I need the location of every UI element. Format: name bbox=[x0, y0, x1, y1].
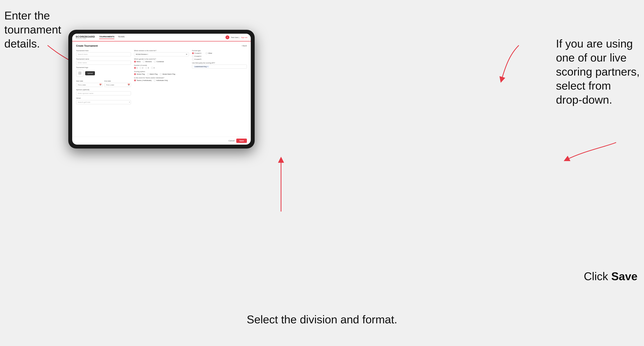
rounds-4-radio[interactable] bbox=[151, 67, 153, 69]
scoring-match-radio[interactable] bbox=[147, 73, 149, 75]
division-label: Which division is the event for? bbox=[134, 50, 189, 52]
date-row: Start date 📅 End date 📅 bbox=[76, 79, 131, 87]
format-6count5-radio[interactable] bbox=[192, 58, 194, 60]
annotation-click-label: Click bbox=[584, 270, 611, 283]
annotation-save-bold: Save bbox=[611, 270, 638, 283]
format-other-radio[interactable] bbox=[206, 52, 208, 54]
end-date-input[interactable] bbox=[104, 83, 131, 87]
sign-out-link[interactable]: Sign out bbox=[241, 36, 247, 38]
format-6count5-label: 6 count 5 bbox=[194, 58, 201, 60]
scoring-match-label: Match Play bbox=[150, 73, 158, 75]
venue-input[interactable] bbox=[76, 100, 131, 104]
logo-upload-row: 🖼 Upload bbox=[76, 69, 131, 77]
sponsor-group: Sponsor (optional) bbox=[76, 89, 131, 95]
arrow-bottom-center bbox=[238, 151, 324, 216]
upload-button[interactable]: Upload bbox=[85, 71, 95, 75]
logo-text: SCOREBOARD bbox=[76, 35, 95, 38]
format-5count4-label: 5 count 4 bbox=[194, 52, 201, 54]
gender-label: Which gender is the event for? bbox=[134, 58, 189, 60]
gender-womens-radio[interactable] bbox=[143, 61, 144, 63]
rounds-2-radio[interactable] bbox=[140, 67, 142, 69]
individuals-only[interactable]: Individuals Only bbox=[154, 79, 168, 81]
rounds-4[interactable]: 4 bbox=[151, 67, 154, 69]
scoring-match[interactable]: Match Play bbox=[147, 73, 158, 75]
scoring-stroke-label: Stroke Play bbox=[137, 73, 145, 75]
live-scoring-tag: Leaderboard King × bbox=[194, 66, 209, 68]
rounds-3-radio[interactable] bbox=[145, 67, 147, 69]
scoring-radio-group: Stroke Play Match Play Medal Match Play bbox=[134, 73, 189, 75]
individuals-only-label: Individuals Only bbox=[156, 79, 168, 81]
live-scoring-value: Leaderboard King bbox=[194, 66, 207, 67]
scoring-label: Scoring system bbox=[134, 71, 189, 73]
form-middle-col: Which division is the event for? NCAA Di… bbox=[134, 50, 189, 134]
tablet-screen: SCOREBOARD Powered by clippit TOURNAMENT… bbox=[72, 34, 251, 145]
scoring-medal[interactable]: Medal Match Play bbox=[160, 73, 175, 75]
tournament-name-group: Tournament name bbox=[76, 58, 131, 65]
format-6count4-radio[interactable] bbox=[192, 55, 194, 57]
tournament-name-label: Tournament name bbox=[76, 58, 131, 60]
format-6count4[interactable]: 6 count 4 bbox=[192, 55, 201, 57]
format-type-label: Format type bbox=[192, 50, 247, 52]
rounds-3[interactable]: 3 bbox=[145, 67, 149, 69]
gender-mens-radio[interactable] bbox=[134, 61, 136, 63]
rounds-group: Number of rounds 1 2 bbox=[134, 64, 189, 69]
rounds-1[interactable]: 1 bbox=[134, 67, 138, 69]
tournament-name-input[interactable] bbox=[76, 61, 131, 65]
format-other[interactable]: Other bbox=[206, 52, 212, 54]
gender-womens-label: Womens bbox=[145, 61, 152, 63]
scoring-stroke[interactable]: Stroke Play bbox=[134, 73, 145, 75]
gender-combined-label: Combined bbox=[156, 61, 164, 63]
rounds-4-label: 4 bbox=[154, 67, 154, 69]
live-scoring-clear-btn[interactable]: × bbox=[207, 66, 208, 67]
annotation-top-right: If you are using one of our live scoring… bbox=[556, 37, 640, 107]
gender-womens[interactable]: Womens bbox=[143, 61, 152, 63]
individuals-only-radio[interactable] bbox=[154, 79, 156, 81]
scoring-medal-label: Medal Match Play bbox=[162, 73, 175, 75]
start-date-input[interactable] bbox=[76, 83, 103, 87]
annotation-bottom-right: Click Save bbox=[584, 269, 638, 283]
venue-label: Venue bbox=[76, 97, 131, 99]
teams-plus-individuals[interactable]: Teams (+Individuals) bbox=[134, 79, 152, 81]
nav-item-teams[interactable]: TEAMS bbox=[118, 36, 124, 39]
sponsor-label: Sponsor (optional) bbox=[76, 89, 131, 91]
tablet-device: SCOREBOARD Powered by clippit TOURNAMENT… bbox=[68, 30, 255, 149]
rounds-2-label: 2 bbox=[142, 67, 143, 69]
gender-combined-radio[interactable] bbox=[154, 61, 156, 63]
teams-plus-radio[interactable] bbox=[134, 79, 136, 81]
scoring-medal-radio[interactable] bbox=[160, 73, 162, 75]
rounds-1-radio[interactable] bbox=[134, 67, 136, 69]
sponsor-input[interactable] bbox=[76, 91, 131, 95]
tournament-host-label: Tournament Host bbox=[76, 50, 131, 52]
tournament-host-input[interactable] bbox=[76, 52, 131, 56]
gender-mens[interactable]: Mens bbox=[134, 61, 140, 63]
start-date-wrap: 📅 bbox=[76, 82, 103, 87]
form-footer: Cancel Save bbox=[72, 137, 251, 145]
rounds-2[interactable]: 2 bbox=[140, 67, 143, 69]
format-other-col: Other bbox=[206, 52, 212, 60]
cancel-button[interactable]: Cancel bbox=[228, 140, 234, 142]
logo-area: SCOREBOARD Powered by clippit bbox=[76, 35, 95, 39]
annotation-top-left-text: Enter the tournament details. bbox=[4, 9, 61, 50]
nav-item-tournaments[interactable]: TOURNAMENTS bbox=[99, 36, 114, 39]
format-5count4[interactable]: 5 count 4 bbox=[192, 52, 201, 54]
scoring-stroke-radio[interactable] bbox=[134, 73, 136, 75]
user-avatar: T bbox=[226, 35, 229, 39]
back-link[interactable]: Back bbox=[241, 45, 247, 47]
start-date-field: Start date 📅 bbox=[76, 79, 103, 87]
header-right: T Test User | Sign out bbox=[226, 35, 247, 39]
format-5count4-radio[interactable] bbox=[192, 52, 194, 54]
live-scoring-group: Use third-party live scoring API? Leader… bbox=[192, 62, 247, 69]
division-select[interactable]: NCAA Division I bbox=[134, 52, 189, 56]
calendar-icon: 📅 bbox=[99, 84, 102, 86]
annotation-bottom-center: Select the division and format. bbox=[247, 313, 397, 327]
save-button[interactable]: Save bbox=[236, 139, 247, 143]
gender-radio-group: Mens Womens Combined bbox=[134, 61, 189, 63]
format-6count5[interactable]: 6 count 5 bbox=[192, 58, 201, 60]
teams-label: Is this event for Teams and/or Individua… bbox=[134, 77, 189, 79]
live-scoring-input[interactable]: Leaderboard King × bbox=[192, 65, 247, 69]
teams-plus-label: Teams (+Individuals) bbox=[137, 79, 152, 81]
annotation-top-left: Enter the tournament details. bbox=[4, 9, 61, 51]
gender-combined[interactable]: Combined bbox=[154, 61, 164, 63]
user-label: Test User | bbox=[231, 36, 239, 38]
annotation-top-right-text: If you are using one of our live scoring… bbox=[556, 37, 640, 106]
